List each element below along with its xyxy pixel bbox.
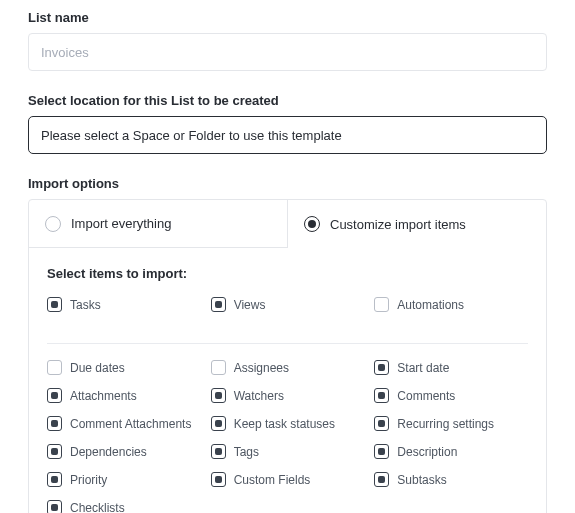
- secondary_items-item-label: Tags: [234, 445, 259, 459]
- checkbox[interactable]: [47, 360, 62, 375]
- checkbox[interactable]: [211, 444, 226, 459]
- secondary_items-item-label: Start date: [397, 361, 449, 375]
- checkbox[interactable]: [47, 444, 62, 459]
- checkbox[interactable]: [374, 388, 389, 403]
- secondary_items-item-label: Attachments: [70, 389, 137, 403]
- secondary_items-item[interactable]: Start date: [374, 360, 528, 375]
- secondary_items-item[interactable]: Recurring settings: [374, 416, 528, 431]
- primary-items-grid: TasksViewsAutomations: [47, 297, 528, 325]
- location-block: Select location for this List to be crea…: [28, 93, 547, 154]
- secondary_items-item-label: Recurring settings: [397, 417, 494, 431]
- tab-customize-import[interactable]: Customize import items: [288, 200, 546, 248]
- tab-import-everything[interactable]: Import everything: [29, 200, 288, 248]
- secondary_items-item-label: Comment Attachments: [70, 417, 191, 431]
- checkbox[interactable]: [47, 500, 62, 513]
- secondary_items-item[interactable]: Comment Attachments: [47, 416, 201, 431]
- secondary_items-item[interactable]: Assignees: [211, 360, 365, 375]
- secondary_items-item[interactable]: Dependencies: [47, 444, 201, 459]
- secondary_items-item-label: Comments: [397, 389, 455, 403]
- radio-customize-import[interactable]: [304, 216, 320, 232]
- secondary_items-item[interactable]: Checklists: [47, 500, 201, 513]
- radio-import-everything[interactable]: [45, 216, 61, 232]
- checkbox[interactable]: [211, 360, 226, 375]
- select-items-label: Select items to import:: [47, 266, 528, 281]
- import-options-label: Import options: [28, 176, 547, 191]
- checkbox[interactable]: [374, 444, 389, 459]
- secondary_items-item[interactable]: Attachments: [47, 388, 201, 403]
- checkbox[interactable]: [211, 297, 226, 312]
- secondary_items-item[interactable]: Comments: [374, 388, 528, 403]
- secondary_items-item[interactable]: Tags: [211, 444, 365, 459]
- secondary_items-item-label: Description: [397, 445, 457, 459]
- location-label: Select location for this List to be crea…: [28, 93, 547, 108]
- secondary_items-item-label: Assignees: [234, 361, 289, 375]
- checkbox[interactable]: [374, 416, 389, 431]
- secondary_items-item[interactable]: Description: [374, 444, 528, 459]
- checkbox[interactable]: [47, 472, 62, 487]
- secondary_items-item-label: Keep task statuses: [234, 417, 335, 431]
- checkbox[interactable]: [374, 297, 389, 312]
- template-import-form: List name Select location for this List …: [0, 0, 575, 513]
- checkbox[interactable]: [211, 472, 226, 487]
- secondary_items-item-label: Dependencies: [70, 445, 147, 459]
- list-name-input[interactable]: [28, 33, 547, 71]
- checkbox[interactable]: [47, 416, 62, 431]
- list-name-block: List name: [28, 10, 547, 71]
- secondary_items-item-label: Subtasks: [397, 473, 446, 487]
- checkbox[interactable]: [374, 360, 389, 375]
- secondary-items-grid: Due datesAssigneesStart dateAttachmentsW…: [47, 360, 528, 513]
- secondary_items-item-label: Custom Fields: [234, 473, 311, 487]
- secondary_items-item[interactable]: Watchers: [211, 388, 365, 403]
- location-select-text: Please select a Space or Folder to use t…: [41, 128, 342, 143]
- checkbox[interactable]: [47, 297, 62, 312]
- location-select[interactable]: Please select a Space or Folder to use t…: [28, 116, 547, 154]
- checkbox[interactable]: [211, 416, 226, 431]
- secondary_items-item-label: Due dates: [70, 361, 125, 375]
- checkbox[interactable]: [211, 388, 226, 403]
- primary_items-item[interactable]: Views: [211, 297, 365, 312]
- list-name-label: List name: [28, 10, 547, 25]
- secondary_items-item-label: Priority: [70, 473, 107, 487]
- secondary_items-item-label: Checklists: [70, 501, 125, 514]
- tab-customize-import-label: Customize import items: [330, 217, 466, 232]
- import-options-block: Import options Import everything Customi…: [28, 176, 547, 513]
- checkbox[interactable]: [47, 388, 62, 403]
- secondary_items-item[interactable]: Subtasks: [374, 472, 528, 487]
- primary_items-item[interactable]: Automations: [374, 297, 528, 312]
- import-tabs: Import everything Customize import items: [29, 200, 546, 248]
- secondary_items-item-label: Watchers: [234, 389, 284, 403]
- secondary_items-item[interactable]: Custom Fields: [211, 472, 365, 487]
- items-divider: [47, 343, 528, 344]
- primary_items-item-label: Views: [234, 298, 266, 312]
- secondary_items-item[interactable]: Due dates: [47, 360, 201, 375]
- primary_items-item-label: Tasks: [70, 298, 101, 312]
- checkbox[interactable]: [374, 472, 389, 487]
- import-items-area: Select items to import: TasksViewsAutoma…: [29, 248, 546, 513]
- primary_items-item-label: Automations: [397, 298, 464, 312]
- tab-import-everything-label: Import everything: [71, 216, 171, 231]
- secondary_items-item[interactable]: Priority: [47, 472, 201, 487]
- secondary_items-item[interactable]: Keep task statuses: [211, 416, 365, 431]
- primary_items-item[interactable]: Tasks: [47, 297, 201, 312]
- import-panel: Import everything Customize import items…: [28, 199, 547, 513]
